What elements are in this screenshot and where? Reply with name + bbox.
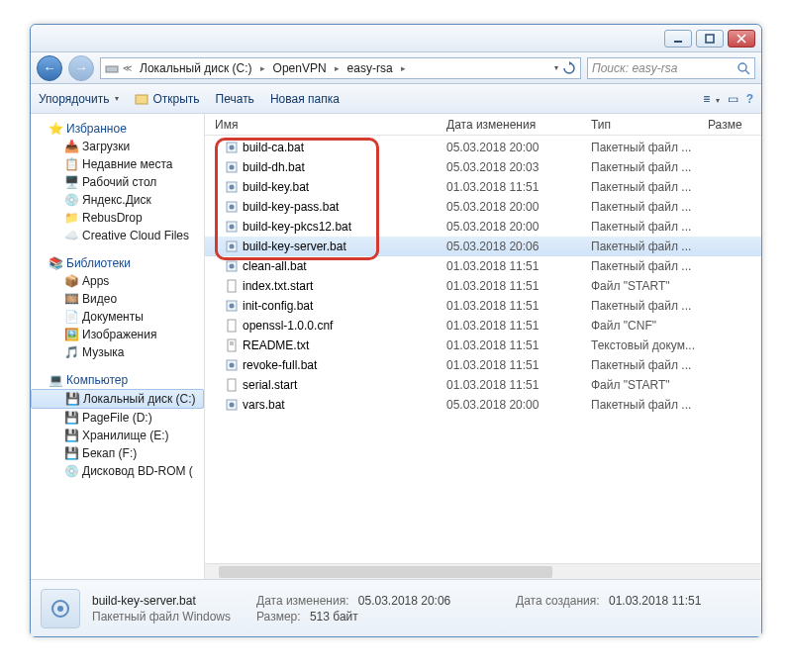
breadcrumb-seg1[interactable]: Локальный диск (C:) (136, 61, 256, 75)
horizontal-scrollbar[interactable] (205, 563, 761, 579)
breadcrumb-seg2[interactable]: OpenVPN (269, 61, 331, 75)
file-type: Пакетный файл ... (591, 141, 708, 154)
file-name-text: vars.bat (243, 398, 285, 412)
tree-computer[interactable]: 💻Компьютер (31, 371, 204, 389)
new-folder-button[interactable]: Новая папка (270, 92, 340, 106)
file-date: 01.03.2018 11:51 (446, 319, 591, 333)
file-row[interactable]: build-ca.bat05.03.2018 20:00Пакетный фай… (205, 138, 761, 157)
tree-bdrom[interactable]: 💿Дисковод BD-ROM ( (31, 462, 204, 480)
file-icon (225, 141, 239, 154)
file-row[interactable]: build-key-server.bat05.03.2018 20:06Паке… (205, 237, 761, 256)
file-date: 01.03.2018 11:51 (446, 259, 591, 273)
close-button[interactable] (728, 30, 755, 48)
address-bar[interactable]: ≪ Локальный диск (C:) ▸ OpenVPN ▸ easy-r… (100, 57, 581, 79)
file-icon (225, 299, 239, 313)
status-mod-value: 05.03.2018 20:06 (358, 594, 450, 608)
file-row[interactable]: clean-all.bat01.03.2018 11:51Пакетный фа… (205, 256, 761, 276)
tree-video[interactable]: 🎞️Видео (31, 290, 204, 308)
file-type: Пакетный файл ... (591, 240, 708, 253)
file-type: Файл "START" (591, 279, 708, 293)
titlebar (31, 25, 761, 52)
file-row[interactable]: init-config.bat01.03.2018 11:51Пакетный … (205, 296, 761, 316)
file-row[interactable]: serial.start01.03.2018 11:51Файл "START" (205, 375, 761, 395)
tree-yandex[interactable]: 💿Яндекс.Диск (31, 191, 204, 209)
file-type: Пакетный файл ... (591, 220, 708, 234)
file-date: 01.03.2018 11:51 (446, 299, 591, 313)
search-input[interactable]: Поиск: easy-rsa (587, 57, 755, 79)
col-type-header[interactable]: Тип (591, 118, 708, 132)
file-type: Пакетный файл ... (591, 358, 708, 372)
tree-favorites[interactable]: ⭐Избранное (31, 120, 204, 138)
drive-icon: 💾 (65, 392, 79, 406)
file-row[interactable]: build-key.bat01.03.2018 11:51Пакетный фа… (205, 177, 761, 197)
file-row[interactable]: vars.bat05.03.2018 20:00Пакетный файл ..… (205, 395, 761, 415)
help-icon[interactable]: ? (746, 92, 753, 106)
tree-local-c[interactable]: 💾Локальный диск (C:) (31, 389, 204, 409)
tree-apps[interactable]: 📦Apps (31, 272, 204, 290)
file-name-text: build-key-pkcs12.bat (243, 220, 351, 234)
tree-pagefile[interactable]: 💾PageFile (D:) (31, 409, 204, 427)
svg-point-11 (230, 165, 235, 170)
apps-icon: 📦 (64, 274, 78, 288)
tree-desktop[interactable]: 🖥️Рабочий стол (31, 173, 204, 191)
minimize-button[interactable] (664, 30, 692, 48)
file-row[interactable]: build-key-pkcs12.bat05.03.2018 20:00Паке… (205, 217, 761, 237)
file-icon (225, 200, 239, 214)
organize-button[interactable]: Упорядочить▾ (39, 92, 119, 106)
col-name-header[interactable]: Имя (205, 118, 446, 132)
svg-rect-22 (228, 280, 236, 292)
drive-icon: 💾 (64, 411, 78, 425)
back-button[interactable]: ← (37, 55, 62, 81)
file-type-icon (41, 589, 80, 628)
tree-backup[interactable]: 💾Бекап (F:) (31, 444, 204, 462)
column-headers: Имя Дата изменения Тип Разме (205, 114, 761, 136)
file-icon (225, 358, 239, 372)
file-row[interactable]: revoke-full.bat01.03.2018 11:51Пакетный … (205, 355, 761, 375)
file-date: 05.03.2018 20:00 (446, 398, 591, 412)
tree-libraries[interactable]: 📚Библиотеки (31, 254, 204, 272)
file-row[interactable]: index.txt.start01.03.2018 11:51Файл "STA… (205, 276, 761, 296)
file-icon (225, 160, 239, 174)
tree-storage[interactable]: 💾Хранилище (E:) (31, 427, 204, 444)
drive-icon (105, 61, 119, 75)
file-date: 05.03.2018 20:03 (446, 160, 591, 174)
col-date-header[interactable]: Дата изменения (446, 118, 591, 132)
svg-point-35 (57, 606, 63, 612)
details-pane: build-key-server.bat Дата изменения: 05.… (31, 579, 761, 636)
tree-recent[interactable]: 📋Недавние места (31, 155, 204, 173)
tree-music[interactable]: 🎵Музыка (31, 343, 204, 361)
chevron-icon: ≪ (123, 63, 132, 73)
file-row[interactable]: README.txt01.03.2018 11:51Текстовый доку… (205, 336, 761, 355)
svg-point-15 (230, 205, 235, 210)
print-button[interactable]: Печать (216, 92, 254, 106)
file-row[interactable]: build-key-pass.bat05.03.2018 20:00Пакетн… (205, 197, 761, 217)
file-type: Пакетный файл ... (591, 398, 708, 412)
open-button[interactable]: Открыть (135, 92, 199, 106)
file-icon (225, 220, 239, 234)
file-row[interactable]: build-dh.bat05.03.2018 20:03Пакетный фай… (205, 157, 761, 177)
disc-icon: 💿 (64, 464, 78, 478)
tree-documents[interactable]: 📄Документы (31, 308, 204, 326)
dropdown-icon[interactable]: ▾ (554, 63, 558, 72)
tree-creative[interactable]: ☁️Creative Cloud Files (31, 227, 204, 244)
file-name-text: build-key-pass.bat (243, 200, 339, 214)
scrollbar-thumb[interactable] (219, 566, 552, 578)
tree-downloads[interactable]: 📥Загрузки (31, 138, 204, 155)
file-icon (225, 279, 239, 293)
status-filename: build-key-server.bat (92, 594, 256, 608)
svg-point-30 (230, 363, 235, 368)
chevron-right-icon: ▸ (335, 63, 340, 73)
view-options-icon[interactable]: ≡ ▾ (703, 92, 719, 106)
tree-images[interactable]: 🖼️Изображения (31, 326, 204, 343)
breadcrumb-seg3[interactable]: easy-rsa (344, 61, 397, 75)
col-size-header[interactable]: Разме (708, 118, 761, 132)
file-type: Пакетный файл ... (591, 180, 708, 194)
tree-rebus[interactable]: 📁RebusDrop (31, 209, 204, 227)
preview-pane-icon[interactable]: ▭ (728, 92, 738, 106)
svg-rect-4 (106, 66, 118, 72)
folder-icon: 📁 (64, 211, 78, 225)
forward-button[interactable]: → (68, 55, 94, 81)
refresh-icon[interactable] (562, 61, 576, 75)
file-row[interactable]: openssl-1.0.0.cnf01.03.2018 11:51Файл "C… (205, 316, 761, 336)
maximize-button[interactable] (696, 30, 724, 48)
